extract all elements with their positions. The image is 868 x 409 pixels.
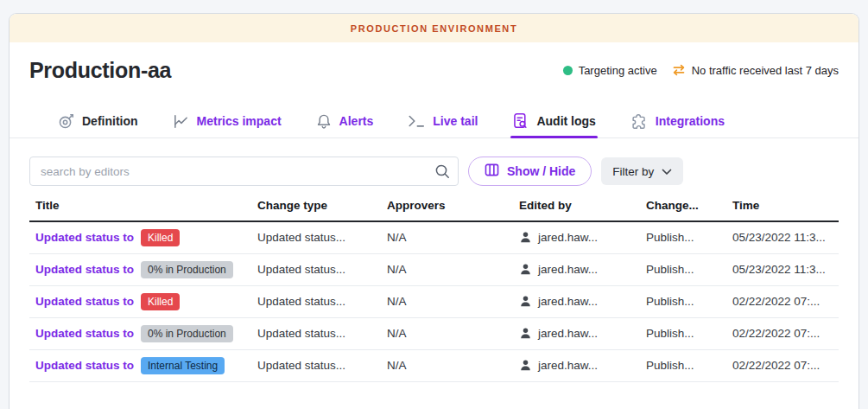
user-icon — [519, 263, 532, 276]
time-cell: 02/22/2022 07:... — [726, 285, 839, 317]
swap-arrows-icon — [672, 64, 686, 76]
green-dot-icon — [563, 66, 573, 75]
user-icon — [519, 359, 532, 372]
column-header-time: Time — [726, 199, 839, 221]
column-header-approvers: Approvers — [381, 199, 513, 221]
puzzle-icon — [630, 113, 648, 130]
change-type-cell: Updated status... — [251, 285, 381, 317]
audit-log-table: Title Change type Approvers Edited by Ch… — [10, 199, 858, 382]
bell-icon — [316, 113, 332, 130]
columns-icon — [485, 163, 499, 179]
tab-metrics-impact[interactable]: Metrics impact — [173, 105, 282, 137]
time-cell: 02/22/2022 07:... — [726, 349, 839, 381]
tab-audit-logs[interactable]: Audit logs — [512, 105, 595, 137]
time-cell: 05/23/2022 11:3... — [726, 221, 839, 253]
show-hide-label: Show / Hide — [507, 164, 575, 178]
edited-by-name: jared.haw... — [538, 231, 598, 244]
change-type-cell: Updated status... — [251, 253, 381, 285]
status-badge: Internal Testing — [141, 357, 225, 374]
change-cell: Publish... — [640, 285, 726, 317]
status-badge: 0% in Production — [141, 325, 233, 342]
row-title-link[interactable]: Updated status to — [35, 231, 134, 244]
column-header-change-type: Change type — [251, 199, 381, 221]
toolbar: Show / Hide Filter by — [10, 157, 858, 186]
environment-banner: PRODUCTION ENVIRONMENT — [10, 14, 858, 42]
tab-integrations[interactable]: Integrations — [630, 105, 725, 137]
table-row[interactable]: Updated status to 0% in Production Updat… — [29, 317, 839, 349]
audit-log-icon — [512, 112, 529, 130]
status-badge: 0% in Production — [141, 261, 233, 278]
search-input[interactable] — [29, 157, 459, 186]
edited-by-name: jared.haw... — [538, 263, 598, 276]
tab-definition[interactable]: Definition — [58, 105, 138, 137]
chevron-down-icon — [662, 165, 672, 178]
tab-label: Integrations — [656, 114, 725, 128]
terminal-icon — [408, 114, 425, 128]
targeting-status: Targeting active — [563, 64, 657, 77]
environment-banner-text: PRODUCTION ENVIRONMENT — [351, 23, 517, 34]
user-icon — [519, 231, 532, 244]
change-cell: Publish... — [640, 349, 726, 381]
table-row[interactable]: Updated status to Killed Updated status.… — [29, 285, 839, 317]
approvers-cell: N/A — [381, 221, 513, 253]
filter-by-button[interactable]: Filter by — [601, 157, 683, 185]
search-box — [29, 157, 459, 186]
approvers-cell: N/A — [381, 285, 513, 317]
row-title-link[interactable]: Updated status to — [35, 359, 134, 372]
targeting-status-label: Targeting active — [579, 64, 657, 77]
traffic-status: No traffic received last 7 days — [672, 64, 839, 77]
tab-bar: Definition Metrics impact Alerts — [10, 105, 858, 138]
page-header: Production-aa Targeting active No traffi… — [10, 55, 858, 85]
search-icon — [434, 163, 450, 182]
change-cell: Publish... — [640, 317, 726, 349]
column-header-edited-by: Edited by — [513, 199, 640, 221]
status-group: Targeting active No traffic received las… — [563, 64, 839, 77]
tab-live-tail[interactable]: Live tail — [408, 105, 478, 137]
filter-by-label: Filter by — [612, 165, 654, 178]
status-badge: Killed — [141, 229, 180, 246]
column-header-title: Title — [29, 199, 251, 221]
table-row[interactable]: Updated status to Killed Updated status.… — [29, 221, 839, 253]
change-type-cell: Updated status... — [251, 221, 381, 253]
column-header-change: Change... — [640, 199, 726, 221]
row-title-link[interactable]: Updated status to — [35, 327, 134, 340]
time-cell: 02/22/2022 07:... — [726, 317, 839, 349]
user-icon — [519, 327, 532, 340]
show-hide-button[interactable]: Show / Hide — [468, 157, 592, 186]
tab-label: Live tail — [433, 114, 478, 128]
tab-label: Audit logs — [536, 114, 595, 128]
tab-label: Definition — [82, 114, 138, 128]
change-type-cell: Updated status... — [251, 349, 381, 381]
page-title: Production-aa — [29, 58, 171, 83]
tab-label: Metrics impact — [197, 114, 282, 128]
approvers-cell: N/A — [381, 349, 513, 381]
line-chart-icon — [173, 113, 189, 130]
change-type-cell: Updated status... — [251, 317, 381, 349]
table-row[interactable]: Updated status to Internal Testing Updat… — [29, 349, 839, 381]
table-row[interactable]: Updated status to 0% in Production Updat… — [29, 253, 839, 285]
time-cell: 05/23/2022 11:3... — [726, 253, 839, 285]
row-title-link[interactable]: Updated status to — [35, 295, 134, 308]
status-badge: Killed — [141, 293, 180, 310]
table-header-row: Title Change type Approvers Edited by Ch… — [29, 199, 839, 221]
edited-by-name: jared.haw... — [538, 327, 598, 340]
edited-by-name: jared.haw... — [538, 359, 598, 372]
change-cell: Publish... — [640, 221, 726, 253]
tab-alerts[interactable]: Alerts — [316, 105, 374, 137]
approvers-cell: N/A — [381, 317, 513, 349]
target-icon — [58, 113, 74, 130]
approvers-cell: N/A — [381, 253, 513, 285]
change-cell: Publish... — [640, 253, 726, 285]
user-icon — [519, 295, 532, 308]
tab-label: Alerts — [339, 114, 374, 128]
edited-by-name: jared.haw... — [538, 295, 598, 308]
main-card: PRODUCTION ENVIRONMENT Production-aa Tar… — [9, 13, 859, 409]
row-title-link[interactable]: Updated status to — [35, 263, 134, 276]
traffic-status-label: No traffic received last 7 days — [692, 64, 839, 77]
